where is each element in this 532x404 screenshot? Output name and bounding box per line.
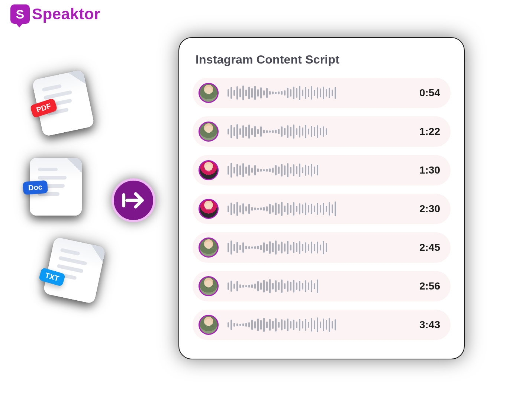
waveform-icon bbox=[228, 162, 404, 178]
file-txt: TXT bbox=[43, 237, 106, 304]
output-card: Instagram Content Script 0:541:221:302:3… bbox=[178, 37, 465, 359]
waveform-icon bbox=[228, 201, 404, 217]
speaker-avatar bbox=[199, 122, 219, 142]
convert-arrow-icon bbox=[112, 178, 155, 222]
file-pdf: PDF bbox=[32, 70, 94, 137]
audio-track[interactable]: 2:30 bbox=[193, 194, 451, 224]
brand-logo: S Speaktor bbox=[10, 4, 100, 24]
card-title: Instagram Content Script bbox=[196, 53, 448, 67]
speaker-avatar bbox=[199, 199, 219, 219]
track-duration: 0:54 bbox=[411, 87, 440, 99]
audio-track[interactable]: 3:43 bbox=[193, 310, 451, 340]
brand-name: Speaktor bbox=[32, 5, 100, 23]
track-duration: 3:43 bbox=[411, 319, 440, 331]
speaker-avatar bbox=[199, 83, 219, 103]
waveform-icon bbox=[228, 85, 404, 101]
speaker-avatar bbox=[199, 160, 219, 180]
audio-track[interactable]: 2:45 bbox=[193, 232, 451, 263]
file-doc: Doc bbox=[30, 158, 82, 216]
speaker-avatar bbox=[199, 237, 219, 258]
input-files-group: PDF Doc TXT bbox=[26, 74, 123, 325]
speaker-avatar bbox=[199, 276, 219, 296]
audio-track[interactable]: 1:30 bbox=[193, 155, 451, 185]
track-duration: 2:56 bbox=[411, 280, 440, 292]
waveform-icon bbox=[228, 240, 404, 255]
track-duration: 1:30 bbox=[411, 164, 440, 176]
waveform-icon bbox=[228, 124, 404, 139]
audio-track[interactable]: 0:54 bbox=[193, 78, 451, 108]
track-list: 0:541:221:302:302:452:563:43 bbox=[193, 78, 451, 340]
track-duration: 1:22 bbox=[411, 126, 440, 138]
track-duration: 2:45 bbox=[411, 242, 440, 253]
track-duration: 2:30 bbox=[411, 203, 440, 215]
audio-track[interactable]: 2:56 bbox=[193, 271, 451, 301]
file-type-badge: Doc bbox=[23, 180, 48, 195]
speaker-avatar bbox=[199, 315, 219, 335]
waveform-icon bbox=[228, 317, 404, 333]
waveform-icon bbox=[228, 278, 404, 294]
audio-track[interactable]: 1:22 bbox=[193, 116, 451, 147]
brand-mark-icon: S bbox=[10, 4, 30, 24]
